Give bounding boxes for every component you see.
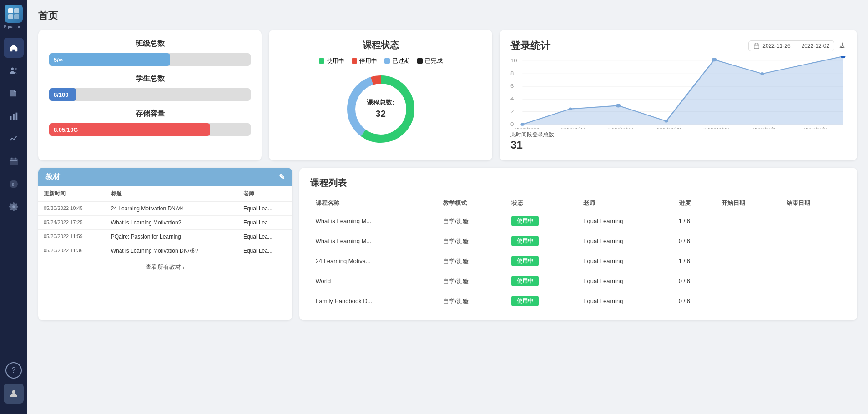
svg-text:2022/11/27: 2022/11/27 (560, 127, 585, 129)
student-progress-bar: 8/100 (49, 88, 251, 101)
materials-edit-icon[interactable]: ✎ (279, 173, 285, 181)
cell-course-name: World (310, 271, 438, 291)
table-row[interactable]: What is Learning M... 自学/测验 使用中 Equal Le… (310, 211, 847, 231)
page-title: 首页 (38, 9, 857, 23)
svg-point-43 (761, 72, 764, 75)
storage-progress-fill: 8.05/10G (49, 123, 210, 136)
cell-mode: 自学/测验 (438, 271, 506, 291)
svg-text:2022/12/2: 2022/12/2 (804, 127, 827, 129)
table-row[interactable]: 05/24/2022 17:25 What is Learning Motiva… (38, 216, 292, 230)
course-status-title: 课程状态 (363, 39, 399, 51)
cell-progress: 1 / 6 (673, 251, 716, 271)
sidebar-item-billing[interactable]: $ (4, 174, 24, 194)
sidebar-item-settings[interactable] (4, 197, 24, 217)
status-badge: 使用中 (511, 296, 539, 306)
materials-title: 教材 (45, 172, 60, 182)
cell-mode: 自学/测验 (438, 291, 506, 311)
svg-text:6: 6 (510, 84, 514, 89)
svg-rect-3 (14, 14, 19, 19)
cell-start-date (716, 211, 781, 231)
cell-title: 24 Learning Motivation DNA® (106, 202, 238, 216)
svg-point-5 (15, 68, 17, 70)
legend-expired-label: 已过期 (392, 57, 410, 65)
view-all-label: 查看所有教材 (146, 263, 181, 271)
legend-active: 使用中 (319, 57, 344, 65)
svg-point-39 (569, 108, 572, 110)
donut-label-line1: 课程总数: (367, 99, 394, 106)
legend-completed: 已完成 (417, 57, 443, 65)
app-logo (5, 5, 23, 23)
svg-point-38 (521, 123, 525, 126)
cell-progress: 1 / 6 (673, 211, 716, 231)
main-content: 首页 班级总数 5/∞ 学生总数 8/100 (27, 0, 868, 414)
cell-teacher: Equal Learning (578, 231, 673, 251)
legend-completed-label: 已完成 (425, 57, 443, 65)
table-row[interactable]: World 自学/测验 使用中 Equal Learning 0 / 6 (310, 271, 847, 291)
class-stat-section: 班级总数 5/∞ (49, 39, 251, 66)
student-progress-fill: 8/100 (49, 88, 76, 101)
sidebar-item-documents[interactable] (4, 83, 24, 103)
student-stat-section: 学生总数 8/100 (49, 74, 251, 101)
cell-course-name: 24 Learning Motiva... (310, 251, 438, 271)
sidebar-item-home[interactable] (4, 38, 24, 58)
class-value: 5/∞ (54, 56, 63, 63)
class-progress-bar: 5/∞ (49, 53, 251, 66)
sidebar-item-barchart[interactable] (4, 106, 24, 126)
table-row[interactable]: 24 Learning Motiva... 自学/测验 使用中 Equal Le… (310, 251, 847, 271)
materials-header: 教材 ✎ (38, 168, 292, 186)
svg-point-42 (712, 58, 717, 61)
col-start-date: 开始日期 (716, 195, 781, 211)
svg-rect-1 (14, 8, 19, 13)
cell-title: What is Learning Motivation DNA®? (106, 244, 238, 258)
date-end: 2022-12-02 (802, 43, 829, 49)
cell-time: 05/30/2022 10:45 (38, 202, 106, 216)
storage-value: 8.05/10G (54, 126, 78, 133)
sidebar-item-linechart[interactable] (4, 129, 24, 149)
date-range-picker[interactable]: 2022-11-26 — 2022-12-02 (748, 40, 834, 51)
table-row[interactable]: 05/30/2022 10:45 24 Learning Motivation … (38, 202, 292, 216)
cell-course-name: What is Learning M... (310, 211, 438, 231)
table-row[interactable]: 05/20/2022 11:59 PQaire: Passion for Lea… (38, 230, 292, 244)
svg-text:2022/11/28: 2022/11/28 (608, 127, 633, 129)
top-row: 班级总数 5/∞ 学生总数 8/100 存储容量 (38, 30, 857, 160)
table-row[interactable]: What is Learning M... 自学/测验 使用中 Equal Le… (310, 231, 847, 251)
sidebar-item-help[interactable]: ? (5, 362, 22, 379)
cell-mode: 自学/测验 (438, 211, 506, 231)
col-title: 标题 (106, 186, 238, 202)
course-table: 课程名称 教学模式 状态 老师 进度 开始日期 结束日期 What is Lea… (310, 195, 847, 311)
col-status: 状态 (506, 195, 578, 211)
sidebar-item-calendar[interactable] (4, 151, 24, 171)
legend-active-dot (319, 58, 324, 64)
legend-disabled-dot (352, 58, 357, 64)
legend-disabled: 停用中 (352, 57, 377, 65)
view-all-materials[interactable]: 查看所有教材 › (38, 258, 292, 277)
svg-text:0: 0 (510, 121, 514, 127)
table-row[interactable]: Family Handbook D... 自学/测验 使用中 Equal Lea… (310, 291, 847, 311)
col-teacher: 老师 (238, 186, 292, 202)
course-status-card: 课程状态 使用中 停用中 已过期 已完成 (269, 30, 492, 160)
login-stats-card: 登录统计 2022-11-26 — 2022-12-02 0 (500, 30, 857, 160)
sidebar-item-users[interactable] (4, 60, 24, 80)
col-teacher: 老师 (578, 195, 673, 211)
login-chart: 0 2 4 6 8 10 12 (510, 56, 846, 129)
storage-progress-bar: 8.05/10G (49, 123, 251, 136)
svg-text:2022/11/29: 2022/11/29 (656, 127, 681, 129)
cell-progress: 0 / 6 (673, 231, 716, 251)
cell-start-date (716, 291, 781, 311)
legend-disabled-label: 停用中 (359, 57, 377, 65)
table-row[interactable]: 05/20/2022 11:36 What is Learning Motiva… (38, 244, 292, 258)
svg-text:4: 4 (510, 96, 514, 101)
cell-title: PQaire: Passion for Learning (106, 230, 238, 244)
cell-start-date (716, 251, 781, 271)
cell-mode: 自学/测验 (438, 231, 506, 251)
svg-rect-9 (10, 159, 18, 165)
status-badge: 使用中 (511, 256, 539, 266)
svg-text:2022/11/26: 2022/11/26 (515, 127, 541, 129)
cell-teacher: Equal Lea... (238, 202, 292, 216)
chart-total-label: 此时间段登录总数 (510, 131, 846, 139)
cell-teacher: Equal Learning (578, 211, 673, 231)
course-card: 课程列表 课程名称 教学模式 状态 老师 进度 开始日期 结束日期 What i… (299, 168, 858, 320)
sidebar-item-profile[interactable] (4, 384, 24, 404)
download-icon[interactable] (838, 41, 846, 51)
svg-point-40 (616, 104, 621, 107)
